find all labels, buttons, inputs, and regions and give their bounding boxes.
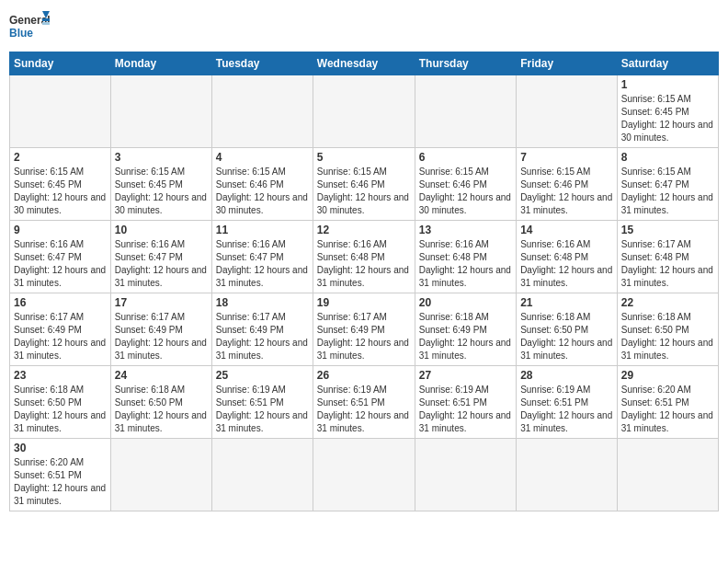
- calendar-cell: 2Sunrise: 6:15 AMSunset: 6:45 PMDaylight…: [10, 148, 111, 221]
- day-number: 11: [216, 224, 309, 236]
- day-number: 9: [14, 224, 107, 236]
- day-info: Sunrise: 6:16 AMSunset: 6:47 PMDaylight:…: [14, 238, 107, 290]
- svg-text:Blue: Blue: [9, 27, 33, 40]
- calendar-cell: 1Sunrise: 6:15 AMSunset: 6:45 PMDaylight…: [617, 75, 718, 148]
- day-info: Sunrise: 6:16 AMSunset: 6:48 PMDaylight:…: [317, 238, 411, 290]
- day-number: 27: [419, 369, 512, 382]
- day-number: 6: [419, 151, 512, 164]
- day-number: 14: [520, 224, 613, 236]
- day-number: 21: [520, 296, 613, 309]
- calendar-cell: 9Sunrise: 6:16 AMSunset: 6:47 PMDaylight…: [10, 221, 111, 293]
- day-info: Sunrise: 6:15 AMSunset: 6:46 PMDaylight:…: [317, 166, 411, 217]
- day-info: Sunrise: 6:18 AMSunset: 6:50 PMDaylight:…: [14, 384, 107, 435]
- day-number: 1: [621, 78, 714, 91]
- day-info: Sunrise: 6:16 AMSunset: 6:47 PMDaylight:…: [216, 238, 309, 290]
- day-number: 25: [216, 369, 309, 382]
- week-row: 2Sunrise: 6:15 AMSunset: 6:45 PMDaylight…: [10, 148, 719, 221]
- calendar-cell: [110, 439, 211, 511]
- calendar-cell: 21Sunrise: 6:18 AMSunset: 6:50 PMDayligh…: [517, 293, 618, 366]
- calendar-cell: 16Sunrise: 6:17 AMSunset: 6:49 PMDayligh…: [10, 293, 111, 366]
- calendar-cell: [211, 439, 313, 511]
- day-of-week-header: Monday: [110, 52, 211, 75]
- day-info: Sunrise: 6:15 AMSunset: 6:46 PMDaylight:…: [216, 166, 309, 217]
- day-info: Sunrise: 6:18 AMSunset: 6:50 PMDaylight:…: [115, 384, 208, 435]
- day-number: 23: [14, 369, 107, 382]
- day-info: Sunrise: 6:17 AMSunset: 6:49 PMDaylight:…: [216, 311, 309, 362]
- day-number: 18: [216, 296, 309, 309]
- week-row: 1Sunrise: 6:15 AMSunset: 6:45 PMDaylight…: [10, 75, 719, 148]
- day-info: Sunrise: 6:16 AMSunset: 6:48 PMDaylight:…: [520, 238, 613, 290]
- day-number: 5: [317, 151, 411, 164]
- week-row: 30Sunrise: 6:20 AMSunset: 6:51 PMDayligh…: [10, 439, 719, 511]
- calendar-cell: 17Sunrise: 6:17 AMSunset: 6:49 PMDayligh…: [110, 293, 211, 366]
- day-of-week-header: Saturday: [617, 52, 718, 75]
- day-number: 16: [14, 296, 107, 309]
- day-info: Sunrise: 6:17 AMSunset: 6:49 PMDaylight:…: [14, 311, 107, 362]
- day-info: Sunrise: 6:17 AMSunset: 6:49 PMDaylight:…: [115, 311, 208, 362]
- day-of-week-header: Sunday: [10, 52, 111, 75]
- day-number: 2: [14, 151, 107, 164]
- calendar-cell: [313, 75, 415, 148]
- calendar-cell: [517, 75, 618, 148]
- day-number: 22: [621, 296, 714, 309]
- day-info: Sunrise: 6:19 AMSunset: 6:51 PMDaylight:…: [216, 384, 309, 435]
- calendar-cell: 28Sunrise: 6:19 AMSunset: 6:51 PMDayligh…: [517, 366, 618, 439]
- day-info: Sunrise: 6:17 AMSunset: 6:49 PMDaylight:…: [317, 311, 411, 362]
- day-number: 15: [621, 224, 714, 236]
- calendar-cell: [617, 439, 718, 511]
- day-info: Sunrise: 6:19 AMSunset: 6:51 PMDaylight:…: [317, 384, 411, 435]
- calendar-cell: [10, 75, 111, 148]
- calendar-cell: 15Sunrise: 6:17 AMSunset: 6:48 PMDayligh…: [617, 221, 718, 293]
- calendar-cell: 18Sunrise: 6:17 AMSunset: 6:49 PMDayligh…: [211, 293, 313, 366]
- calendar-cell: 24Sunrise: 6:18 AMSunset: 6:50 PMDayligh…: [110, 366, 211, 439]
- day-of-week-header: Thursday: [415, 52, 516, 75]
- calendar-cell: 8Sunrise: 6:15 AMSunset: 6:47 PMDaylight…: [617, 148, 718, 221]
- calendar-cell: [415, 75, 516, 148]
- calendar-cell: 13Sunrise: 6:16 AMSunset: 6:48 PMDayligh…: [415, 221, 516, 293]
- calendar-cell: 26Sunrise: 6:19 AMSunset: 6:51 PMDayligh…: [313, 366, 415, 439]
- day-info: Sunrise: 6:15 AMSunset: 6:46 PMDaylight:…: [520, 166, 613, 217]
- day-number: 28: [520, 369, 613, 382]
- calendar-cell: 29Sunrise: 6:20 AMSunset: 6:51 PMDayligh…: [617, 366, 718, 439]
- day-number: 17: [115, 296, 208, 309]
- calendar-cell: 12Sunrise: 6:16 AMSunset: 6:48 PMDayligh…: [313, 221, 415, 293]
- header: General Blue: [9, 9, 719, 44]
- day-info: Sunrise: 6:15 AMSunset: 6:45 PMDaylight:…: [621, 93, 714, 144]
- calendar-cell: [110, 75, 211, 148]
- day-of-week-header: Tuesday: [211, 52, 313, 75]
- day-info: Sunrise: 6:19 AMSunset: 6:51 PMDaylight:…: [419, 384, 512, 435]
- logo: General Blue: [9, 9, 50, 44]
- day-number: 10: [115, 224, 208, 236]
- calendar-cell: 3Sunrise: 6:15 AMSunset: 6:45 PMDaylight…: [110, 148, 211, 221]
- day-number: 3: [115, 151, 208, 164]
- calendar-cell: [415, 439, 516, 511]
- day-info: Sunrise: 6:20 AMSunset: 6:51 PMDaylight:…: [14, 456, 107, 508]
- calendar-cell: 5Sunrise: 6:15 AMSunset: 6:46 PMDaylight…: [313, 148, 415, 221]
- calendar-cell: 30Sunrise: 6:20 AMSunset: 6:51 PMDayligh…: [10, 439, 111, 511]
- calendar-cell: 27Sunrise: 6:19 AMSunset: 6:51 PMDayligh…: [415, 366, 516, 439]
- svg-rect-3: [42, 18, 50, 21]
- day-info: Sunrise: 6:18 AMSunset: 6:49 PMDaylight:…: [419, 311, 512, 362]
- day-number: 4: [216, 151, 309, 164]
- calendar-cell: [211, 75, 313, 148]
- day-info: Sunrise: 6:18 AMSunset: 6:50 PMDaylight:…: [520, 311, 613, 362]
- calendar-cell: 22Sunrise: 6:18 AMSunset: 6:50 PMDayligh…: [617, 293, 718, 366]
- day-info: Sunrise: 6:16 AMSunset: 6:47 PMDaylight:…: [115, 238, 208, 290]
- day-number: 12: [317, 224, 411, 236]
- day-number: 26: [317, 369, 411, 382]
- logo-svg: General Blue: [9, 9, 50, 44]
- week-row: 16Sunrise: 6:17 AMSunset: 6:49 PMDayligh…: [10, 293, 719, 366]
- calendar-cell: [313, 439, 415, 511]
- day-number: 8: [621, 151, 714, 164]
- day-number: 29: [621, 369, 714, 382]
- calendar-cell: 19Sunrise: 6:17 AMSunset: 6:49 PMDayligh…: [313, 293, 415, 366]
- calendar-cell: 7Sunrise: 6:15 AMSunset: 6:46 PMDaylight…: [517, 148, 618, 221]
- week-row: 9Sunrise: 6:16 AMSunset: 6:47 PMDaylight…: [10, 221, 719, 293]
- calendar-header-row: SundayMondayTuesdayWednesdayThursdayFrid…: [10, 52, 719, 75]
- day-number: 30: [14, 442, 107, 454]
- day-number: 19: [317, 296, 411, 309]
- day-of-week-header: Wednesday: [313, 52, 415, 75]
- day-info: Sunrise: 6:15 AMSunset: 6:46 PMDaylight:…: [419, 166, 512, 217]
- day-info: Sunrise: 6:15 AMSunset: 6:45 PMDaylight:…: [115, 166, 208, 217]
- calendar: SundayMondayTuesdayWednesdayThursdayFrid…: [9, 52, 719, 511]
